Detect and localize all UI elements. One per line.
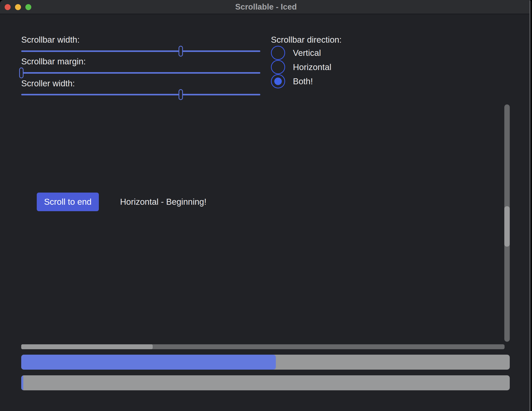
window-title: Scrollable - Iced — [0, 0, 532, 14]
scrollbar-margin-slider[interactable] — [21, 72, 260, 74]
radio-circle-icon[interactable] — [271, 46, 285, 60]
radio-label-horizontal: Horizontal — [293, 62, 331, 72]
scrollbar-width-label: Scrollbar width: — [21, 35, 80, 45]
radio-circle-icon[interactable] — [271, 74, 285, 88]
scroller-width-slider[interactable] — [21, 94, 260, 95]
vertical-scrollbar-track[interactable] — [504, 104, 510, 342]
vertical-scroll-progressbar — [21, 355, 510, 370]
radio-label-vertical: Vertical — [293, 48, 321, 58]
scroller-width-slider-handle[interactable] — [179, 89, 183, 100]
scrollbar-margin-label: Scrollbar margin: — [21, 56, 86, 67]
scrollbar-direction-group: Vertical Horizontal Both! — [271, 46, 331, 88]
radio-dot-icon — [274, 78, 282, 85]
window-edge-shadow — [530, 0, 532, 411]
progress-fill — [21, 355, 276, 370]
horizontal-scrollbar-track[interactable] — [21, 344, 505, 349]
app-window: Scrollable - Iced Scrollbar width: Scrol… — [0, 0, 532, 411]
scrollbar-margin-slider-handle[interactable] — [19, 67, 24, 78]
radio-option-vertical[interactable]: Vertical — [271, 46, 331, 60]
title-bar: Scrollable - Iced — [0, 0, 532, 14]
scroll-status-text: Horizontal - Beginning! — [120, 193, 206, 211]
radio-option-horizontal[interactable]: Horizontal — [271, 60, 331, 74]
scrollbar-direction-label: Scrollbar direction: — [271, 35, 342, 45]
radio-option-both[interactable]: Both! — [271, 74, 331, 88]
horizontal-scrollbar-thumb[interactable] — [21, 344, 153, 349]
scrollbar-width-slider[interactable] — [21, 50, 260, 52]
radio-circle-icon[interactable] — [271, 60, 285, 74]
progress-fill — [21, 375, 23, 390]
vertical-scrollbar-thumb[interactable] — [504, 206, 510, 247]
scrollbar-width-slider-handle[interactable] — [179, 46, 183, 57]
radio-label-both: Both! — [293, 77, 313, 86]
horizontal-scroll-progressbar — [21, 375, 510, 390]
scroll-to-end-button[interactable]: Scroll to end — [37, 193, 99, 211]
scroller-width-label: Scroller width: — [21, 78, 75, 89]
